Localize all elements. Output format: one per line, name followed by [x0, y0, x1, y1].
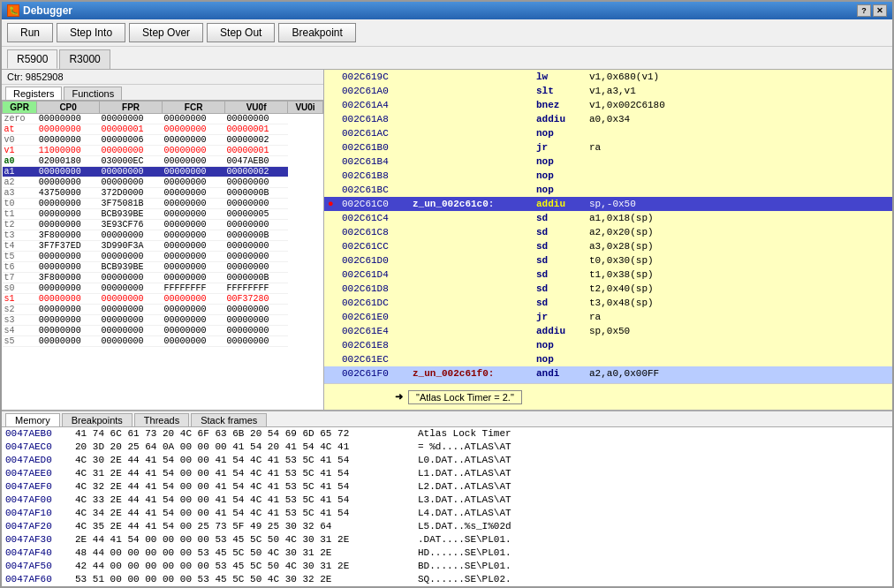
reg-v4: FFFFFFFF	[225, 283, 288, 294]
table-row: s0 00000000 00000000 FFFFFFFF FFFFFFFF	[3, 283, 323, 294]
tab-memory[interactable]: Memory	[5, 413, 60, 426]
mem-ascii: L5.DAT..%s_I%02d	[418, 520, 511, 533]
col-cp0[interactable]: CP0	[37, 102, 100, 114]
disasm-mnemonic: nop	[536, 126, 589, 140]
tab-functions[interactable]: Functions	[64, 87, 122, 100]
col-vu0i[interactable]: VU0i	[288, 102, 323, 114]
disasm-mnemonic: addiu	[536, 324, 589, 338]
disasm-row[interactable]: 002C61D8sdt2,0x40(sp)	[324, 282, 892, 296]
tab-registers[interactable]: Registers	[5, 87, 62, 100]
list-item: 0047AF30 2E 44 41 54 00 00 00 00 53 45 5…	[2, 533, 892, 547]
reg-name: t5	[3, 252, 37, 262]
tab-threads[interactable]: Threads	[134, 413, 189, 426]
reg-name: a3	[3, 188, 37, 199]
reg-v2: 00000000	[100, 326, 163, 336]
tab-stack-frames[interactable]: Stack frames	[191, 413, 267, 426]
disasm-mnemonic: slt	[536, 84, 589, 98]
disasm-row[interactable]: 002C619Clwv1,0x680(v1)	[324, 70, 892, 84]
disasm-row[interactable]: 002C61CCsda3,0x28(sp)	[324, 239, 892, 253]
disasm-address: 002C61E8	[342, 338, 413, 352]
disasm-row[interactable]: 002C61B4nop	[324, 155, 892, 169]
reg-v3: 00000000	[163, 262, 225, 273]
tab-breakpoints[interactable]: Breakpoints	[62, 413, 133, 426]
disasm-row[interactable]: 002C61E0jrra	[324, 310, 892, 324]
reg-v3: 00000000	[163, 188, 225, 199]
mem-ascii: L0.DAT..ATLAS\AT	[418, 454, 511, 467]
mem-hex: 4C 30 2E 44 41 54 00 00 41 54 4C 41 53 5…	[75, 454, 411, 467]
disasm-operands: a2,a0,0x00FF	[589, 366, 659, 381]
disasm-address: 002C61B0	[342, 140, 413, 155]
reg-v1: 00000000	[37, 315, 100, 326]
run-button[interactable]: Run	[7, 23, 53, 42]
reg-v1: 00000000	[37, 262, 100, 273]
reg-name: t7	[3, 273, 37, 283]
register-table-wrap[interactable]: GPR CP0 FPR FCR VU0f VU0i zero 00000000 …	[2, 101, 323, 410]
reg-v2: 3D990F3A	[100, 241, 163, 252]
disasm-label	[413, 84, 536, 98]
disasm-mnemonic: addiu	[536, 112, 589, 126]
reg-v3: 00000000	[163, 199, 225, 209]
reg-name: s1	[3, 294, 37, 305]
disasm-mnemonic: nop	[536, 155, 589, 169]
disasm-address: 002C61D8	[342, 282, 413, 296]
disasm-operands: sp,-0x50	[589, 197, 636, 211]
disassembly-area[interactable]: 002C619Clwv1,0x680(v1)002C61A0sltv1,a3,v…	[324, 70, 892, 383]
table-row: t0 00000000 3F75081B 00000000 00000000	[3, 199, 323, 209]
disasm-row[interactable]: 002C61C4sda1,0x18(sp)	[324, 211, 892, 225]
disasm-row[interactable]: 002C61D0sdt0,0x30(sp)	[324, 253, 892, 268]
disasm-row[interactable]: 002C61A0sltv1,a3,v1	[324, 84, 892, 98]
col-fpr[interactable]: FPR	[100, 102, 163, 114]
reg-name: t3	[3, 230, 37, 241]
tab-r3000[interactable]: R3000	[59, 49, 110, 69]
reg-v3: 00000000	[163, 336, 225, 347]
reg-name: a2	[3, 177, 37, 188]
disasm-row[interactable]: 002C61ECnop	[324, 352, 892, 366]
disasm-row[interactable]: 002C61C8sda2,0x20(sp)	[324, 225, 892, 239]
disasm-label	[413, 225, 536, 239]
disasm-row[interactable]: 002C61F0z_un_002c61f0:andia2,a0,0x00FF	[324, 366, 892, 381]
mem-ascii: .DAT....SE\PL01.	[418, 533, 511, 547]
disasm-address: 002C61AC	[342, 126, 413, 140]
breakpoint-indicator	[328, 169, 342, 183]
mem-hex: 4C 31 2E 44 41 54 00 00 41 54 4C 41 53 5…	[75, 467, 411, 480]
table-row: s2 00000000 00000000 00000000 00000000	[3, 305, 323, 315]
breakpoint-indicator	[328, 70, 342, 84]
help-button[interactable]: ?	[857, 4, 871, 17]
reg-v4: 00000000	[225, 199, 288, 209]
col-vu0f[interactable]: VU0f	[225, 102, 288, 114]
close-button[interactable]: ✕	[873, 4, 887, 17]
mem-hex: 4C 34 2E 44 41 54 00 00 41 54 4C 41 53 5…	[75, 507, 411, 520]
step-into-button[interactable]: Step Into	[57, 23, 125, 42]
mem-hex: 4C 32 2E 44 41 54 00 00 41 54 4C 41 53 5…	[75, 480, 411, 494]
disasm-row[interactable]: ●002C61C0z_un_002c61c0:addiusp,-0x50	[324, 197, 892, 211]
memory-area[interactable]: 0047AEB0 41 74 6C 61 73 20 4C 6F 63 6B 2…	[2, 427, 892, 586]
disasm-row[interactable]: 002C61A8addiua0,0x34	[324, 112, 892, 126]
disasm-row[interactable]: 002C61E4addiusp,0x50	[324, 324, 892, 338]
table-row: t4 3F7F37ED 3D990F3A 00000000 00000000	[3, 241, 323, 252]
mem-address: 0047AF60	[5, 573, 72, 586]
tab-r5900[interactable]: R5900	[7, 49, 57, 69]
reg-v1: 43750000	[37, 188, 100, 199]
reg-v2: 00000000	[100, 146, 163, 156]
disasm-row[interactable]: 002C61B0jrra	[324, 140, 892, 155]
breakpoint-button[interactable]: Breakpoint	[278, 23, 355, 42]
breakpoint-indicator	[328, 310, 342, 324]
reg-v3: 00000000	[163, 124, 225, 135]
tooltip-text: "Atlas Lock Timer = 2."	[408, 390, 522, 404]
disasm-row[interactable]: 002C61BCnop	[324, 183, 892, 197]
disasm-row[interactable]: 002C61DCsdt3,0x48(sp)	[324, 296, 892, 310]
col-gpr[interactable]: GPR	[3, 102, 37, 114]
reg-v2: 030000EC	[100, 156, 163, 167]
disasm-row[interactable]: 002C61A4bnezv1,0x002C6180	[324, 98, 892, 112]
disasm-mnemonic: andi	[536, 366, 589, 381]
step-over-button[interactable]: Step Over	[129, 23, 203, 42]
step-out-button[interactable]: Step Out	[207, 23, 275, 42]
disasm-row[interactable]: 002C61ACnop	[324, 126, 892, 140]
mem-address: 0047AF40	[5, 547, 72, 560]
disasm-row[interactable]: 002C61E8nop	[324, 338, 892, 352]
disasm-row[interactable]: 002C61D4sdt1,0x38(sp)	[324, 268, 892, 282]
reg-name: s4	[3, 326, 37, 336]
col-fcr[interactable]: FCR	[163, 102, 225, 114]
reg-v3: 00000000	[163, 241, 225, 252]
disasm-row[interactable]: 002C61B8nop	[324, 169, 892, 183]
